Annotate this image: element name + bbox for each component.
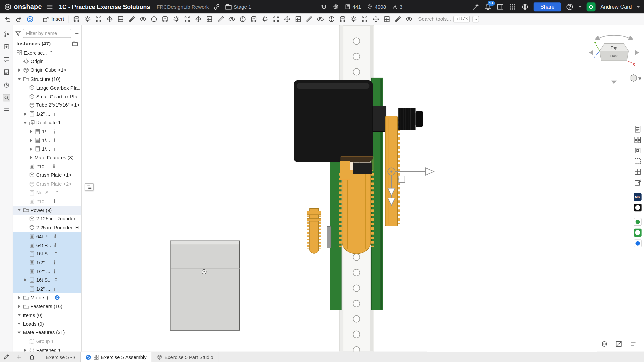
mirror-icon[interactable] xyxy=(160,14,170,24)
bom-icon[interactable] xyxy=(238,14,248,24)
section-planes-icon[interactable] xyxy=(615,341,622,348)
app-green-grid-icon[interactable] xyxy=(634,229,641,237)
undo-icon[interactable] xyxy=(2,14,13,24)
caret-icon[interactable] xyxy=(17,304,22,309)
home-button[interactable] xyxy=(28,354,35,361)
help-icon[interactable] xyxy=(566,3,574,10)
caret-icon[interactable] xyxy=(22,120,28,125)
caret-icon[interactable] xyxy=(17,208,22,213)
update-references-icon[interactable] xyxy=(24,14,35,24)
notifications-button[interactable]: 9+ xyxy=(484,3,492,10)
transform-icon[interactable] xyxy=(71,14,82,24)
mate-panel-icon[interactable] xyxy=(634,157,641,165)
tree-item[interactable]: Motors (... xyxy=(13,293,81,302)
gear-64t-part[interactable] xyxy=(341,170,373,254)
versions-icon[interactable] xyxy=(3,31,10,38)
tree-item[interactable]: Origin xyxy=(13,57,81,66)
versions-panel-icon[interactable] xyxy=(634,168,641,176)
frame-icon[interactable] xyxy=(193,14,204,24)
tree-item[interactable]: 1/2" ... xyxy=(13,258,81,267)
right-panel-icon[interactable] xyxy=(497,3,504,10)
share-button[interactable]: Share xyxy=(534,2,561,11)
tree-item[interactable]: Mate Features (31) xyxy=(13,328,81,337)
tree-item[interactable]: Exercise... xyxy=(13,48,81,57)
gear-relation-icon[interactable] xyxy=(315,14,326,24)
circular-pattern-icon[interactable] xyxy=(149,14,159,24)
motor-shaft-part[interactable] xyxy=(398,108,423,130)
caret-icon[interactable] xyxy=(17,330,22,335)
rack-relation-icon[interactable] xyxy=(326,14,337,24)
mkcad-app-icon[interactable]: MK xyxy=(634,193,641,201)
structure-panel-icon[interactable] xyxy=(634,136,641,144)
avatar[interactable] xyxy=(587,2,596,11)
named-positions-icon[interactable] xyxy=(249,14,259,24)
view-menu-icon[interactable] xyxy=(630,75,641,82)
rotate-down-icon[interactable] xyxy=(611,81,617,84)
tree-item[interactable]: Origin Cube <1> xyxy=(13,66,81,75)
filter-input[interactable] xyxy=(23,29,71,38)
outline-icon[interactable] xyxy=(3,107,10,114)
tables-icon[interactable] xyxy=(227,14,237,24)
bom-panel-icon[interactable] xyxy=(634,125,641,133)
screw-relation-icon[interactable] xyxy=(337,14,348,24)
tree-item[interactable]: 2.125 in. Rounded ... xyxy=(13,215,81,223)
caret-icon[interactable] xyxy=(28,129,33,134)
assembly-3d-view[interactable] xyxy=(82,25,644,352)
zoom-fit-icon[interactable] xyxy=(404,14,414,24)
caret-icon[interactable] xyxy=(17,321,22,326)
comments-icon[interactable] xyxy=(3,56,10,63)
pen-icon[interactable] xyxy=(3,354,10,361)
tree-item[interactable]: 16t S... xyxy=(13,276,81,285)
list-view-icon[interactable] xyxy=(73,30,79,36)
tree-item[interactable]: 1/... xyxy=(13,145,81,153)
ai-wand-icon[interactable] xyxy=(472,3,480,10)
gear-16t-part[interactable] xyxy=(307,209,321,253)
tree-item[interactable]: Crush Plate <2> xyxy=(13,179,81,188)
panel-collapse-handle[interactable] xyxy=(85,183,94,191)
add-tab-button[interactable] xyxy=(16,354,23,361)
rotate-right-icon[interactable] xyxy=(635,50,639,55)
follow-icon[interactable] xyxy=(3,43,10,51)
app-blue-panel-icon[interactable] xyxy=(634,240,641,247)
display-states-icon[interactable] xyxy=(348,14,359,24)
caret-icon[interactable] xyxy=(28,138,33,143)
tree-item[interactable]: 1/... xyxy=(13,127,81,136)
measure-icon[interactable] xyxy=(182,14,193,24)
view-cube-faces[interactable]: Top Front xyxy=(600,44,629,61)
tree-item[interactable]: Small Gearbox Pla... xyxy=(13,92,81,101)
revolve-icon[interactable] xyxy=(82,14,93,24)
redo-icon[interactable] xyxy=(13,14,24,24)
section-view-icon[interactable] xyxy=(359,14,370,24)
tree-item[interactable]: 1/... xyxy=(13,136,81,145)
tab-exercise-5-assembly[interactable]: Exercise 5 Assembly xyxy=(80,352,152,362)
appearance-icon[interactable] xyxy=(260,14,270,24)
tree-item[interactable]: Items (0) xyxy=(13,311,81,319)
caret-icon[interactable] xyxy=(28,155,33,160)
mate-icon[interactable] xyxy=(93,14,104,24)
tree-item[interactable]: #10 ... xyxy=(13,162,81,171)
caret-icon[interactable] xyxy=(17,76,22,82)
tree-item[interactable]: Fastened 1 xyxy=(13,346,81,352)
view-options-icon[interactable] xyxy=(630,341,637,348)
link-icon[interactable] xyxy=(213,3,220,10)
tree-item[interactable]: Fasteners (16) xyxy=(13,302,81,311)
fasten-icon[interactable] xyxy=(115,14,126,24)
tab-exercise-5-part-studio[interactable]: Exercise 5 Part Studio xyxy=(152,352,218,362)
properties-icon[interactable] xyxy=(3,68,10,76)
app-green-leaf-icon[interactable] xyxy=(634,218,641,226)
tree-item[interactable]: Nut S... xyxy=(13,188,81,197)
search-icon[interactable] xyxy=(3,94,10,101)
tree-item[interactable]: 16t S... xyxy=(13,250,81,258)
history-icon[interactable] xyxy=(3,81,10,89)
explode-icon[interactable] xyxy=(171,14,182,24)
caret-icon[interactable] xyxy=(17,295,22,300)
caret-icon[interactable] xyxy=(17,313,22,318)
tree-item[interactable]: Crush Plate <1> xyxy=(13,171,81,179)
group-icon[interactable] xyxy=(104,14,115,24)
belt-icon[interactable] xyxy=(304,14,315,24)
tab-exercise-5-fli[interactable]: Exercise 5 - Fli xyxy=(41,352,80,362)
hide-icon[interactable] xyxy=(370,14,381,24)
apps-grid-icon[interactable] xyxy=(509,3,516,10)
replicate-icon[interactable] xyxy=(127,14,137,24)
linear-pattern-icon[interactable] xyxy=(138,14,148,24)
